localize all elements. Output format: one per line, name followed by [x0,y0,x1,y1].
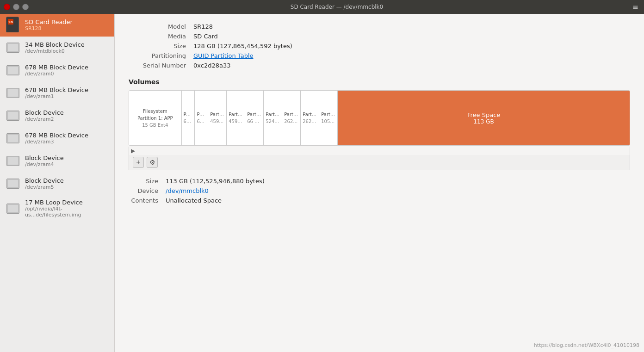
main-container: SD SD Card ReaderSR128 34 MB Block Devic… [0,14,644,352]
sidebar-item-title: Block Device [25,109,64,116]
partition-segment-part8[interactable]: Partition 8... 262 KB Un... [282,91,301,145]
volumes-heading: Volumes [129,78,630,86]
sidebar-item-title: 17 MB Loop Device [25,199,109,206]
serial-label: Serial Number [129,62,193,69]
drive-icon [6,108,20,123]
serial-value: 0xc2d28a33 [193,62,230,69]
detail-device-label: Device [129,187,166,194]
sidebar-item-zram0[interactable]: 678 MB Block Device/dev/zram0 [0,59,114,82]
minimize-button[interactable] [13,4,19,10]
sidebar-item-subtitle: /dev/mtdblock0 [25,48,85,54]
sidebar-item-title: 678 MB Block Device [25,86,88,93]
sidebar-item-subtitle: /dev/zram0 [25,71,88,77]
sidebar-item-title: 678 MB Block Device [25,132,88,139]
window-controls[interactable] [4,4,29,10]
add-partition-button[interactable]: + [133,157,144,168]
sidebar-item-mtdblock0[interactable]: 34 MB Block Device/dev/mtdblock0 [0,37,114,59]
watermark: https://blog.csdn.net/WBXc4i0_41010198 [534,342,639,348]
maximize-button[interactable] [22,4,29,10]
sidebar-item-zram2[interactable]: Block Device/dev/zram2 [0,105,114,127]
sidebar-item-zram5[interactable]: Block Device/dev/zram5 [0,173,114,195]
drive-icon [6,154,20,168]
drive-icon: SD [6,18,20,32]
partitioning-row: Partitioning GUID Partition Table [129,52,630,59]
partition-segment-part1[interactable]: Filesystem Partition 1: APP 15 GB Ext4 [129,91,182,145]
partition-arrow-row: ▶ [129,147,630,155]
detail-size-value: 113 GB (112,525,946,880 bytes) [166,178,265,185]
partition-segment-part10[interactable]: Partition 1... 105 MB Un... [319,91,338,145]
partition-segment-part2[interactable]: Partition 2... 67 MB Unk... [182,91,195,145]
partitioning-value[interactable]: GUID Partition Table [193,52,254,59]
partition-segment-part4[interactable]: Partition 4... 459 KB Un... [208,91,227,145]
partition-segment-part5[interactable]: Partition 5... 459 KB Un... [227,91,245,145]
titlebar: SD Card Reader — /dev/mmcblk0 ≡ [0,0,644,14]
sidebar-item-subtitle: /dev/zram5 [25,184,64,190]
partition-detail: Size 113 GB (112,525,946,880 bytes) Devi… [129,178,630,204]
sidebar-item-title: Block Device [25,177,64,184]
detail-contents-value: Unallocated Space [166,197,222,204]
partition-segment-part3[interactable]: Partition 3... 67 MB Unk... [195,91,208,145]
sidebar-item-subtitle: SR128 [25,25,73,31]
sidebar-item-title: 678 MB Block Device [25,64,88,71]
serial-row: Serial Number 0xc2d28a33 [129,62,630,69]
detail-size-label: Size [129,178,166,185]
drive-icon [6,86,20,100]
drive-icon [6,40,20,55]
gear-icon: ⚙ [149,159,155,166]
device-info-table: Model SR128 Media SD Card Size 128 GB (1… [129,23,630,69]
sidebar-item-subtitle: /dev/zram4 [25,161,64,167]
sidebar-item-zram3[interactable]: 678 MB Block Device/dev/zram3 [0,127,114,150]
media-label: Media [129,33,193,40]
drive-icon [6,201,20,216]
drive-icon [6,176,20,191]
sidebar-item-zram1[interactable]: 678 MB Block Device/dev/zram1 [0,82,114,105]
model-value: SR128 [193,23,213,30]
close-button[interactable] [4,4,10,10]
window-title: SD Card Reader — /dev/mmcblk0 [33,4,640,10]
partition-segment-part7[interactable]: Partition 7... 524 KB Un... [264,91,282,145]
detail-device-row: Device /dev/mmcblk0 [129,187,630,194]
sidebar-item-zram4[interactable]: Block Device/dev/zram4 [0,150,114,173]
drive-icon [6,131,20,146]
sidebar-item-subtitle: /dev/zram1 [25,93,88,99]
scroll-arrow[interactable]: ▶ [131,148,135,154]
detail-contents-label: Contents [129,197,166,204]
partition-segment-free[interactable]: Free Space 113 GB [338,91,630,145]
detail-device-value: /dev/mmcblk0 [166,187,209,194]
size-label: Size [129,43,193,49]
detail-contents-row: Contents Unallocated Space [129,197,630,204]
sidebar-item-title: SD Card Reader [25,19,73,25]
sidebar-item-sd-card-reader[interactable]: SD SD Card ReaderSR128 [0,14,114,37]
sidebar-item-subtitle: /dev/zram2 [25,116,64,122]
sidebar-item-title: Block Device [25,154,64,161]
sidebar: SD SD Card ReaderSR128 34 MB Block Devic… [0,14,115,352]
partition-controls: + ⚙ [129,155,630,170]
model-row: Model SR128 [129,23,630,30]
content-area: Model SR128 Media SD Card Size 128 GB (1… [115,14,644,352]
partition-bar[interactable]: Filesystem Partition 1: APP 15 GB Ext4 P… [129,90,630,146]
model-label: Model [129,23,193,30]
media-value: SD Card [193,33,218,40]
drive-icon [6,63,20,78]
detail-size-row: Size 113 GB (112,525,946,880 bytes) [129,178,630,185]
partition-segment-part6[interactable]: Partition 6... 66 MB Unk... [245,91,264,145]
partitioning-label: Partitioning [129,52,193,59]
size-value: 128 GB (127,865,454,592 bytes) [193,43,292,49]
sidebar-item-title: 34 MB Block Device [25,41,85,48]
size-row: Size 128 GB (127,865,454,592 bytes) [129,43,630,49]
sidebar-item-subtitle: /dev/zram3 [25,139,88,145]
menu-icon[interactable]: ≡ [632,3,638,12]
partition-segment-part9[interactable]: Partition 9... 262 KB Un... [301,91,319,145]
settings-button[interactable]: ⚙ [147,157,158,168]
sidebar-item-loop-device[interactable]: 17 MB Loop Device/opt/nvidia/l4t-us...de… [0,195,114,222]
media-row: Media SD Card [129,33,630,40]
sidebar-item-subtitle: /opt/nvidia/l4t-us...de/filesystem.img [25,206,109,218]
